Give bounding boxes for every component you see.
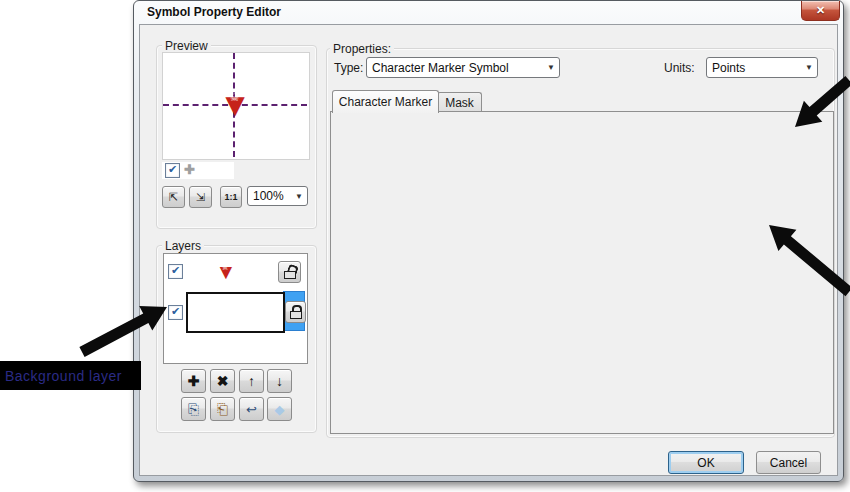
- up-arrow-icon: ↑: [248, 373, 255, 389]
- mine-symbol-preview: ▼ ☠: [217, 88, 253, 122]
- copy-icon: ⎘: [188, 401, 199, 418]
- dropdown-arrow-icon: ▼: [801, 63, 817, 72]
- background-layer-annotation: Background layer: [0, 361, 141, 390]
- cancel-button[interactable]: Cancel: [756, 451, 821, 474]
- page: Symbol Property Editor ✕ Preview ▼ ☠ ✔ ✚…: [0, 0, 850, 492]
- skull-icon: ☠: [230, 93, 239, 103]
- remove-layer-button[interactable]: ✖: [210, 369, 235, 393]
- unlock-button[interactable]: [278, 261, 301, 283]
- delete-icon: ✖: [217, 373, 229, 389]
- close-button[interactable]: ✕: [801, 1, 840, 21]
- tab-character-marker[interactable]: Character Marker: [332, 90, 439, 113]
- down-arrow-icon: ↓: [276, 373, 283, 389]
- zoom-level-dropdown[interactable]: 100% ▼: [247, 186, 308, 206]
- lock-icon: [290, 305, 302, 319]
- ok-button[interactable]: OK: [668, 451, 744, 474]
- check-icon: ✔: [168, 164, 177, 175]
- plus-icon: ✚: [184, 162, 195, 177]
- tag-layer-button[interactable]: ◆: [267, 397, 292, 421]
- zoom-in-icon: ⇱: [169, 191, 178, 204]
- properties-group-label: Properties:: [330, 42, 394, 56]
- plus-icon: ✚: [188, 373, 200, 389]
- tab-panel: [330, 111, 834, 434]
- dropdown-arrow-icon: ▼: [543, 63, 559, 72]
- layer1-visibility-checkbox[interactable]: ✔: [168, 264, 183, 279]
- type-label: Type:: [334, 61, 363, 75]
- actual-size-button[interactable]: 1:1: [220, 186, 242, 208]
- tab-mask[interactable]: Mask: [437, 92, 482, 113]
- check-icon: ✔: [171, 265, 180, 276]
- close-icon: ✕: [816, 4, 825, 17]
- layers-group-label: Layers: [162, 239, 204, 253]
- copy-layer-button[interactable]: ⎘: [181, 397, 206, 421]
- skull-icon: ☠: [222, 264, 228, 271]
- move-layer-down-button[interactable]: ↓: [267, 369, 292, 393]
- unlock-icon: [284, 265, 296, 279]
- lock-button[interactable]: [285, 301, 306, 323]
- move-layer-up-button[interactable]: ↑: [239, 369, 264, 393]
- preview-layer-checkbox[interactable]: ✔: [165, 163, 180, 178]
- type-dropdown[interactable]: Character Marker Symbol ▼: [366, 57, 560, 78]
- layer1-thumbnail[interactable]: ▼ ☠: [214, 261, 238, 283]
- paste-icon: ⎗: [217, 401, 228, 418]
- dialog-title: Symbol Property Editor: [147, 5, 281, 19]
- add-layer-button[interactable]: ✚: [181, 369, 206, 393]
- tag-icon: ◆: [275, 402, 285, 417]
- check-icon: ✔: [171, 306, 180, 317]
- zoom-out-button[interactable]: ⇲: [189, 186, 212, 208]
- units-dropdown[interactable]: Points ▼: [706, 57, 818, 78]
- undo-icon: ↩: [246, 402, 257, 417]
- paste-layer-button[interactable]: ⎗: [210, 397, 235, 421]
- units-label: Units:: [664, 61, 695, 75]
- zoom-in-button[interactable]: ⇱: [162, 186, 185, 208]
- restore-layer-button[interactable]: ↩: [239, 397, 264, 421]
- zoom-out-icon: ⇲: [196, 191, 205, 204]
- layer2-thumbnail[interactable]: [186, 292, 285, 333]
- layer2-visibility-checkbox[interactable]: ✔: [168, 305, 183, 320]
- preview-group-label: Preview: [162, 39, 211, 53]
- dropdown-arrow-icon: ▼: [291, 192, 307, 201]
